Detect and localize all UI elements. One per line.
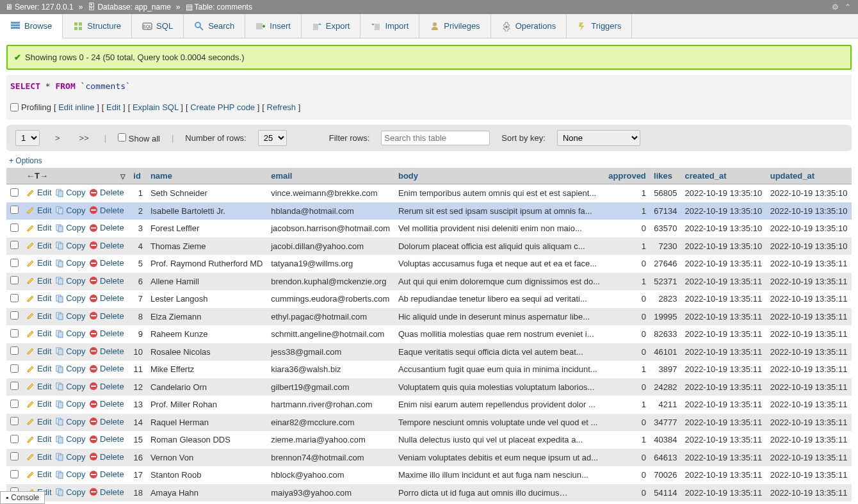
tab-import[interactable]: Import	[360, 14, 419, 38]
row-edit-link[interactable]: Edit	[26, 206, 51, 215]
col-email[interactable]: email	[267, 168, 394, 184]
tab-privileges[interactable]: Privileges	[419, 14, 490, 38]
explain-sql-link[interactable]: Explain SQL	[133, 102, 179, 112]
row-copy-link[interactable]: Copy	[55, 188, 85, 197]
row-edit-link[interactable]: Edit	[26, 241, 51, 250]
table-row[interactable]: Edit Copy Delete4Thomas Ziemejacobi.dill…	[6, 238, 852, 256]
row-edit-link[interactable]: Edit	[26, 399, 51, 409]
gear-icon[interactable]: ⚙	[830, 3, 841, 12]
row-copy-link[interactable]: Copy	[55, 452, 85, 462]
next-page-button[interactable]: >	[51, 132, 64, 144]
col-updated-at[interactable]: updated_at	[766, 168, 852, 184]
row-delete-link[interactable]: Delete	[89, 346, 124, 356]
row-delete-link[interactable]: Delete	[89, 434, 124, 444]
row-checkbox[interactable]	[10, 346, 19, 355]
filter-rows-input[interactable]	[381, 131, 490, 145]
row-checkbox[interactable]	[10, 241, 19, 249]
sort-by-key-select[interactable]: None	[557, 130, 640, 146]
row-delete-link[interactable]: Delete	[89, 364, 124, 373]
row-delete-link[interactable]: Delete	[89, 241, 124, 250]
row-edit-link[interactable]: Edit	[26, 223, 51, 232]
table-row[interactable]: Edit Copy Delete13Prof. Miller Rohanhart…	[6, 396, 852, 414]
col-name[interactable]: name	[147, 168, 267, 184]
row-copy-link[interactable]: Copy	[55, 293, 85, 303]
row-checkbox[interactable]	[10, 206, 19, 214]
show-all-checkbox[interactable]	[118, 133, 126, 142]
tab-browse[interactable]: Browse	[0, 14, 63, 38]
row-edit-link[interactable]: Edit	[26, 188, 51, 197]
refresh-link[interactable]: Refresh	[267, 102, 296, 112]
row-copy-link[interactable]: Copy	[55, 417, 85, 427]
breadcrumb-database[interactable]: 🗄 Database: app_name	[88, 3, 170, 12]
table-row[interactable]: Edit Copy Delete6Allene Hamillbrendon.ku…	[6, 273, 852, 291]
table-row[interactable]: Edit Copy Delete16Vernon Vonbrennon74@ho…	[6, 449, 852, 467]
col-id[interactable]: id	[129, 168, 147, 184]
edit-link[interactable]: Edit	[106, 102, 120, 112]
row-checkbox[interactable]	[10, 294, 19, 302]
row-copy-link[interactable]: Copy	[55, 329, 85, 338]
row-edit-link[interactable]: Edit	[26, 417, 51, 427]
table-row[interactable]: Edit Copy Delete10Rosalee Nicolasjess38@…	[6, 343, 852, 361]
row-delete-link[interactable]: Delete	[89, 293, 124, 303]
row-checkbox[interactable]	[10, 329, 19, 337]
table-row[interactable]: Edit Copy Delete9Raheem Kunzeschmitt.ang…	[6, 325, 852, 343]
table-row[interactable]: Edit Copy Delete8Elza Ziemannethyl.pagac…	[6, 308, 852, 326]
console-footer[interactable]: ▪ Console	[0, 491, 45, 504]
row-edit-link[interactable]: Edit	[26, 452, 51, 462]
row-delete-link[interactable]: Delete	[89, 223, 124, 232]
row-delete-link[interactable]: Delete	[89, 469, 124, 479]
tab-operations[interactable]: Operations	[491, 14, 567, 38]
row-delete-link[interactable]: Delete	[89, 452, 124, 462]
table-row[interactable]: Edit Copy Delete11Mike Effertzkiara36@wa…	[6, 361, 852, 378]
row-copy-link[interactable]: Copy	[55, 258, 85, 268]
row-edit-link[interactable]: Edit	[26, 346, 51, 356]
tab-structure[interactable]: Structure	[63, 14, 132, 38]
row-edit-link[interactable]: Edit	[26, 329, 51, 338]
row-copy-link[interactable]: Copy	[55, 311, 85, 321]
row-delete-link[interactable]: Delete	[89, 487, 124, 497]
row-edit-link[interactable]: Edit	[26, 311, 51, 321]
tab-insert[interactable]: Insert	[245, 14, 302, 38]
table-row[interactable]: Edit Copy Delete18Amaya Hahnmaiya93@yaho…	[6, 484, 852, 502]
row-checkbox[interactable]	[10, 470, 19, 478]
row-checkbox[interactable]	[10, 382, 19, 390]
row-edit-link[interactable]: Edit	[26, 382, 51, 391]
row-delete-link[interactable]: Delete	[89, 311, 124, 321]
row-delete-link[interactable]: Delete	[89, 399, 124, 409]
page-select[interactable]: 1	[15, 130, 40, 146]
row-delete-link[interactable]: Delete	[89, 258, 124, 268]
row-checkbox[interactable]	[10, 224, 19, 232]
collapse-icon[interactable]: ⌃	[843, 3, 853, 12]
row-copy-link[interactable]: Copy	[55, 469, 85, 479]
table-row[interactable]: Edit Copy Delete14Raquel Hermaneinar82@m…	[6, 414, 852, 432]
row-checkbox[interactable]	[10, 452, 19, 460]
table-row[interactable]: Edit Copy Delete17Stanton Roobhblock@yah…	[6, 466, 852, 484]
row-copy-link[interactable]: Copy	[55, 206, 85, 215]
row-copy-link[interactable]: Copy	[55, 223, 85, 232]
col-fulltext[interactable]: ←T→	[22, 168, 95, 184]
row-checkbox[interactable]	[10, 276, 19, 284]
row-edit-link[interactable]: Edit	[26, 434, 51, 444]
row-copy-link[interactable]: Copy	[55, 399, 85, 409]
table-row[interactable]: Edit Copy Delete2Isabelle Bartoletti Jr.…	[6, 202, 852, 220]
col-created-at[interactable]: created_at	[681, 168, 766, 184]
options-link[interactable]: + Options	[9, 156, 852, 165]
row-checkbox[interactable]	[10, 400, 19, 408]
row-checkbox[interactable]	[10, 188, 19, 197]
row-copy-link[interactable]: Copy	[55, 382, 85, 391]
row-delete-link[interactable]: Delete	[89, 382, 124, 391]
edit-inline-link[interactable]: Edit inline	[58, 102, 94, 112]
row-checkbox[interactable]	[10, 364, 19, 373]
row-checkbox[interactable]	[10, 435, 19, 443]
row-copy-link[interactable]: Copy	[55, 241, 85, 250]
create-php-link[interactable]: Create PHP code	[190, 102, 255, 112]
table-row[interactable]: Edit Copy Delete12Candelario Orngilbert1…	[6, 378, 852, 396]
row-delete-link[interactable]: Delete	[89, 276, 124, 286]
col-approved[interactable]: approved	[604, 168, 650, 184]
tab-sql[interactable]: SQLSQL	[132, 14, 184, 38]
tab-export[interactable]: Export	[302, 14, 361, 38]
row-edit-link[interactable]: Edit	[26, 276, 51, 286]
row-edit-link[interactable]: Edit	[26, 293, 51, 303]
row-checkbox[interactable]	[10, 259, 19, 267]
profiling-checkbox[interactable]	[10, 103, 19, 111]
